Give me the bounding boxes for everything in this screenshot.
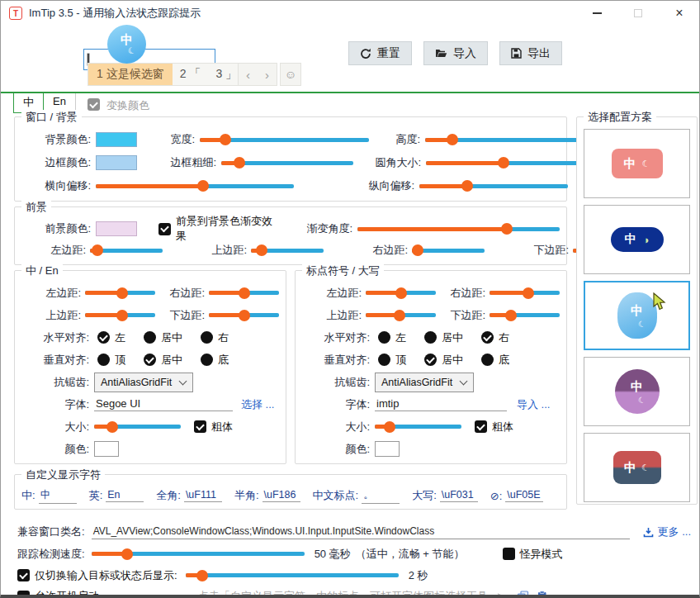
more-schemes-link[interactable]: 更多 ... [643, 524, 691, 539]
foreground-color-swatch[interactable] [96, 221, 137, 236]
border-color-swatch[interactable] [96, 155, 137, 170]
zh-bottom-slider[interactable] [209, 309, 279, 322]
pu-halign-right-radio[interactable] [481, 331, 494, 344]
fg-top-label: 上边距: [163, 243, 247, 258]
paste-icon[interactable] [537, 591, 549, 598]
pu-valign-top-radio[interactable] [378, 354, 390, 366]
transform-color-checkbox[interactable] [88, 98, 100, 111]
gradient-effect-checkbox[interactable] [158, 223, 171, 235]
zh-antialias-select[interactable]: AntiAliasGridFit [94, 373, 193, 392]
tab-en[interactable]: En [44, 93, 75, 110]
char-caps-field[interactable]: \uF031 [440, 489, 478, 502]
close-button[interactable]: × [671, 5, 688, 21]
show-after-switch-label: 仅切换输入目标或状态后显示: [35, 568, 177, 583]
char-halfwidth-field[interactable]: \uF186 [262, 489, 300, 502]
zh-left-slider[interactable] [85, 287, 155, 300]
undo-icon[interactable] [496, 591, 508, 598]
width-slider[interactable] [200, 133, 369, 146]
emoji-button[interactable]: ☺ [280, 63, 301, 86]
pu-right-slider[interactable] [490, 287, 560, 300]
speed-slider[interactable] [92, 548, 305, 561]
show-after-slider[interactable] [186, 569, 399, 582]
zh-halign-right-radio[interactable] [201, 331, 213, 344]
pu-color-swatch[interactable] [375, 441, 400, 457]
pu-valign-center-radio[interactable] [424, 354, 437, 366]
scheme-card-red-slate[interactable]: 中☾ [584, 433, 690, 502]
prev-page-button[interactable]: ‹ [246, 68, 250, 82]
pu-font-import-link[interactable]: 导入 ... [517, 397, 550, 412]
scheme-card-navy[interactable]: 中◑ [584, 205, 690, 274]
pu-bold-checkbox[interactable] [475, 420, 487, 433]
option-label: 左 [115, 330, 125, 345]
zh-size-slider[interactable] [94, 420, 181, 434]
maximize-button[interactable] [630, 5, 646, 21]
zh-valign-label: 垂直对齐: [21, 353, 89, 368]
moon-icon: ☾ [641, 463, 650, 473]
zh-valign-center-radio[interactable] [144, 354, 156, 366]
scheme-card-purple[interactable]: 中☾ [584, 357, 690, 426]
mouse-cursor-icon [652, 292, 667, 311]
height-slider[interactable] [425, 133, 586, 146]
pu-antialias-select[interactable]: AntiAliasGridFit [375, 373, 474, 392]
next-page-button[interactable]: › [265, 68, 269, 82]
radius-slider[interactable] [426, 156, 587, 169]
tab-bar: 中 En 变换颜色 [1, 92, 699, 112]
pu-halign-center-radio[interactable] [424, 331, 437, 344]
gradient-angle-slider[interactable] [357, 222, 560, 235]
char-zh-field[interactable]: 中 [39, 488, 77, 504]
autostart-checkbox[interactable] [17, 591, 30, 598]
zh-right-slider[interactable] [209, 287, 279, 300]
group-custom-chars: 自定义显示字符 中:中 英:En 全角:\uF111 半角:\uF186 中文标… [14, 474, 567, 510]
pu-halign-label: 水平对齐: [302, 330, 370, 345]
pu-valign-bottom-radio[interactable] [481, 354, 494, 366]
imtip-bubble-preview: 中 ☾ [107, 25, 146, 64]
zh-valign-top-radio[interactable] [97, 354, 110, 366]
import-button[interactable]: 导入 [423, 41, 488, 65]
border-width-slider[interactable] [221, 156, 353, 169]
speed-note: （适中，流畅 + 节能） [356, 547, 465, 562]
group-legend: 自定义显示字符 [21, 467, 105, 482]
zh-color-swatch[interactable] [94, 441, 119, 457]
copy-icon[interactable] [517, 591, 529, 598]
char-disabled-field[interactable]: \uF05E [505, 489, 543, 502]
reset-button[interactable]: 重置 [348, 41, 412, 65]
offset-y-label: 纵向偏移: [294, 178, 414, 193]
compat-classes-field[interactable]: AVL_AVView;ConsoleWindowClass;Windows.UI… [92, 525, 630, 539]
char-en-field[interactable]: En [106, 489, 144, 502]
zh-font-field[interactable]: Segoe UI [94, 397, 233, 411]
pu-top-slider[interactable] [366, 309, 436, 322]
zh-font-choose-link[interactable]: 选择 ... [241, 397, 274, 412]
show-after-value: 2 秒 [409, 568, 428, 583]
fg-top-slider[interactable] [251, 244, 324, 257]
minimize-button[interactable] [589, 5, 605, 21]
fg-right-slider[interactable] [412, 244, 485, 257]
pu-left-slider[interactable] [366, 287, 436, 300]
pu-halign-left-radio[interactable] [378, 331, 390, 344]
zh-top-label: 上边距: [21, 308, 81, 323]
zh-halign-left-radio[interactable] [97, 331, 110, 344]
zh-bold-checkbox[interactable] [194, 420, 206, 433]
export-save-icon [511, 48, 522, 59]
fg-left-slider[interactable] [90, 244, 163, 257]
group-legend: 标点符号 / 大写 [302, 263, 384, 278]
zh-right-label: 右边距: [155, 286, 205, 301]
zh-halign-center-radio[interactable] [144, 331, 156, 344]
char-fullwidth-field[interactable]: \uF111 [184, 489, 222, 502]
group-legend: 选择配置方案 [584, 110, 656, 125]
pu-bottom-label: 下边距: [436, 308, 485, 323]
pu-size-slider[interactable] [375, 420, 461, 434]
offset-x-slider[interactable] [96, 179, 294, 192]
scheme-card-blue-selected[interactable]: 中☾ [584, 281, 690, 350]
weird-mode-checkbox[interactable] [503, 548, 515, 560]
scheme-card-pink[interactable]: 中☾ [584, 129, 690, 198]
export-button[interactable]: 导出 [499, 41, 562, 65]
pu-font-field[interactable]: imtip [375, 397, 507, 411]
offset-y-slider[interactable] [419, 179, 568, 192]
background-color-swatch[interactable] [96, 132, 137, 147]
zh-top-slider[interactable] [85, 309, 155, 322]
zh-valign-bottom-radio[interactable] [201, 354, 213, 366]
show-after-switch-checkbox[interactable] [17, 569, 30, 581]
pu-bottom-slider[interactable] [490, 309, 560, 322]
transform-color-label: 变换颜色 [106, 96, 149, 113]
char-cn-punct-field[interactable]: 。 [362, 488, 400, 504]
